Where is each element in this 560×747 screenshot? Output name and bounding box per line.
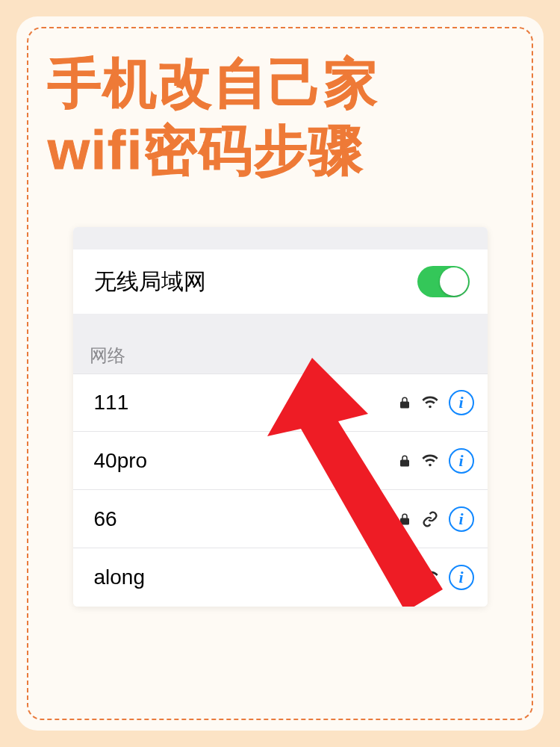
info-button[interactable]: i <box>449 448 474 474</box>
lock-icon <box>398 569 411 586</box>
wifi-icon <box>420 453 440 469</box>
wifi-settings-card: 无线局域网 网络 111 i 40pro <box>73 227 488 607</box>
poster-frame: 手机改自己家 wifi密码步骤 无线局域网 网络 111 i <box>16 16 544 731</box>
title-line-2: wifi密码步骤 <box>48 120 364 180</box>
wifi-icon <box>420 569 440 586</box>
card-top-gap <box>73 227 488 249</box>
wifi-icon <box>420 394 440 411</box>
wifi-toggle-switch[interactable] <box>417 266 470 297</box>
lock-icon <box>398 394 411 411</box>
wifi-toggle-row[interactable]: 无线局域网 <box>73 249 488 314</box>
page-title: 手机改自己家 wifi密码步骤 <box>48 49 517 184</box>
network-row[interactable]: 111 i <box>73 374 488 432</box>
network-name: 111 <box>94 391 398 415</box>
row-icons: i <box>398 448 474 474</box>
network-list: 111 i 40pro i 66 <box>73 374 488 607</box>
network-name: 66 <box>94 507 398 531</box>
lock-icon <box>398 511 411 527</box>
row-icons: i <box>398 565 474 590</box>
network-name: 40pro <box>94 449 398 473</box>
switch-knob <box>440 267 468 296</box>
lock-icon <box>398 453 411 469</box>
info-button[interactable]: i <box>449 565 474 590</box>
network-row[interactable]: along i <box>73 548 488 607</box>
info-button[interactable]: i <box>449 506 474 532</box>
info-button[interactable]: i <box>449 390 474 415</box>
wifi-toggle-label: 无线局域网 <box>94 267 206 297</box>
network-row[interactable]: 66 i <box>73 490 488 548</box>
networks-section-header: 网络 <box>73 314 488 374</box>
row-icons: i <box>398 390 474 415</box>
network-name: along <box>94 565 398 589</box>
dashed-border: 手机改自己家 wifi密码步骤 无线局域网 网络 111 i <box>27 27 533 720</box>
link-icon <box>420 511 440 527</box>
network-row[interactable]: 40pro i <box>73 432 488 490</box>
title-line-1: 手机改自己家 <box>48 53 379 113</box>
row-icons: i <box>398 506 474 532</box>
